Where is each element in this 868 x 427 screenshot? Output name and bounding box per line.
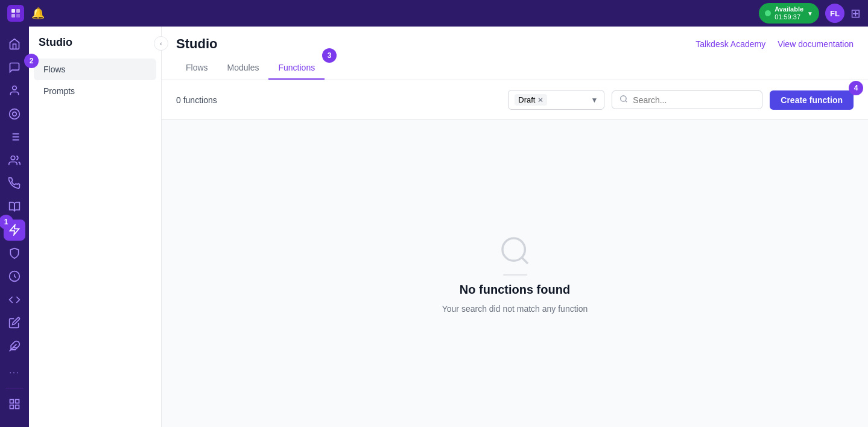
content-header: Studio Talkdesk Academy View documentati… — [162, 27, 868, 80]
tutorial-badge-2: 2 — [24, 54, 39, 68]
search-input[interactable] — [633, 95, 755, 105]
sidebar-prompts-label: Prompts — [43, 86, 75, 96]
grid-icon[interactable]: ⊞ — [851, 6, 861, 21]
svg-rect-0 — [11, 9, 15, 13]
sidebar-item-plugins[interactable] — [4, 336, 25, 357]
status-text-group: Available 01:59:37 — [775, 5, 803, 21]
sidebar-item-supervisor[interactable] — [4, 173, 25, 194]
tab-modules[interactable]: Modules — [218, 57, 269, 80]
filter-tag-label: Draft — [518, 95, 535, 104]
svg-point-6 — [13, 112, 17, 116]
status-dropdown[interactable]: Available 01:59:37 ▼ — [759, 3, 819, 24]
sidebar-item-contacts[interactable] — [4, 80, 25, 101]
sidebar-item-circle[interactable] — [4, 104, 25, 125]
svg-point-23 — [502, 238, 525, 261]
tutorial-badge-4: 4 — [849, 81, 863, 95]
studio-sidebar-header: Studio ‹ — [29, 36, 161, 59]
filter-dropdown[interactable]: Draft ✕ ▼ — [508, 90, 604, 110]
header-links: Talkdesk Academy View documentation — [695, 39, 854, 49]
studio-sidebar-title: Studio — [29, 36, 82, 59]
sidebar-item-security[interactable] — [4, 243, 25, 264]
svg-line-22 — [626, 101, 627, 103]
svg-point-4 — [13, 86, 17, 90]
svg-rect-3 — [16, 14, 20, 17]
studio-sidebar: Studio ‹ 2 Flows Prompts — [29, 27, 162, 427]
svg-rect-18 — [16, 400, 19, 403]
svg-rect-17 — [10, 400, 14, 403]
main-layout: 1 — [0, 27, 868, 427]
svg-line-24 — [521, 257, 527, 263]
app-logo[interactable] — [7, 5, 24, 22]
page-title: Studio — [176, 36, 217, 52]
search-box[interactable] — [612, 90, 762, 109]
user-avatar[interactable]: FL — [825, 4, 844, 23]
sidebar-item-more[interactable]: ··· — [4, 361, 25, 383]
topbar-left: 🔔 — [7, 5, 45, 22]
svg-point-13 — [11, 156, 15, 160]
sidebar-item-biometric[interactable] — [4, 266, 25, 287]
topbar-right: Available 01:59:37 ▼ FL ⊞ — [759, 3, 861, 24]
svg-rect-19 — [10, 405, 14, 409]
search-icon — [619, 95, 628, 105]
sidebar-item-chat[interactable] — [4, 57, 25, 78]
sidebar-item-grid[interactable] — [4, 393, 25, 415]
svg-point-21 — [621, 96, 626, 101]
sidebar-item-list[interactable] — [4, 127, 25, 148]
sidebar-item-home[interactable] — [4, 34, 25, 55]
content-header-top: Studio Talkdesk Academy View documentati… — [176, 27, 854, 52]
sidebar-nav-prompts[interactable]: Prompts — [34, 80, 156, 102]
status-indicator — [765, 10, 771, 16]
empty-state: No functions found Your search did not m… — [162, 120, 868, 427]
tutorial-badge-3: 3 — [322, 48, 337, 63]
sidebar-nav-flows[interactable]: 2 Flows — [34, 59, 156, 80]
content-area: Studio Talkdesk Academy View documentati… — [162, 27, 868, 427]
svg-rect-1 — [16, 9, 20, 13]
sidebar-item-agents[interactable] — [4, 150, 25, 171]
toolbar: 0 functions Draft ✕ ▼ — [162, 80, 868, 120]
sidebar-item-code[interactable] — [4, 289, 25, 311]
sidebar-bottom: ··· — [4, 361, 25, 420]
svg-rect-2 — [11, 14, 15, 17]
filter-tag-draft: Draft ✕ — [515, 94, 547, 106]
tab-flows[interactable]: Flows — [176, 57, 218, 80]
topbar: 🔔 Available 01:59:37 ▼ FL ⊞ — [0, 0, 868, 27]
svg-point-5 — [10, 109, 20, 119]
academy-link[interactable]: Talkdesk Academy — [695, 39, 765, 49]
icon-sidebar: 1 — [0, 27, 29, 427]
status-chevron-icon: ▼ — [807, 10, 813, 17]
create-function-button[interactable]: Create function 4 — [770, 90, 854, 110]
functions-count: 0 functions — [176, 95, 217, 105]
filter-chevron-icon: ▼ — [591, 96, 598, 104]
sidebar-flows-label: Flows — [43, 65, 66, 74]
sidebar-item-edit[interactable] — [4, 312, 25, 334]
filter-tag-close-icon[interactable]: ✕ — [537, 96, 543, 104]
tab-functions[interactable]: Functions 3 — [268, 57, 325, 80]
empty-search-icon — [498, 234, 532, 276]
empty-state-title: No functions found — [460, 283, 570, 297]
collapse-sidebar-button[interactable]: ‹ — [154, 36, 168, 51]
sidebar-item-studio[interactable]: 1 — [4, 220, 25, 241]
svg-rect-20 — [16, 405, 19, 409]
tabs: Flows Modules Functions 3 — [176, 57, 854, 80]
status-timer: 01:59:37 — [775, 13, 803, 21]
empty-state-subtitle: Your search did not match any function — [442, 304, 588, 314]
docs-link[interactable]: View documentation — [778, 39, 854, 49]
notification-bell-icon[interactable]: 🔔 — [31, 7, 45, 20]
status-available-label: Available — [775, 5, 803, 13]
toolbar-right: Draft ✕ ▼ Create function 4 — [508, 90, 854, 110]
sidebar-item-knowledge[interactable] — [4, 197, 25, 218]
